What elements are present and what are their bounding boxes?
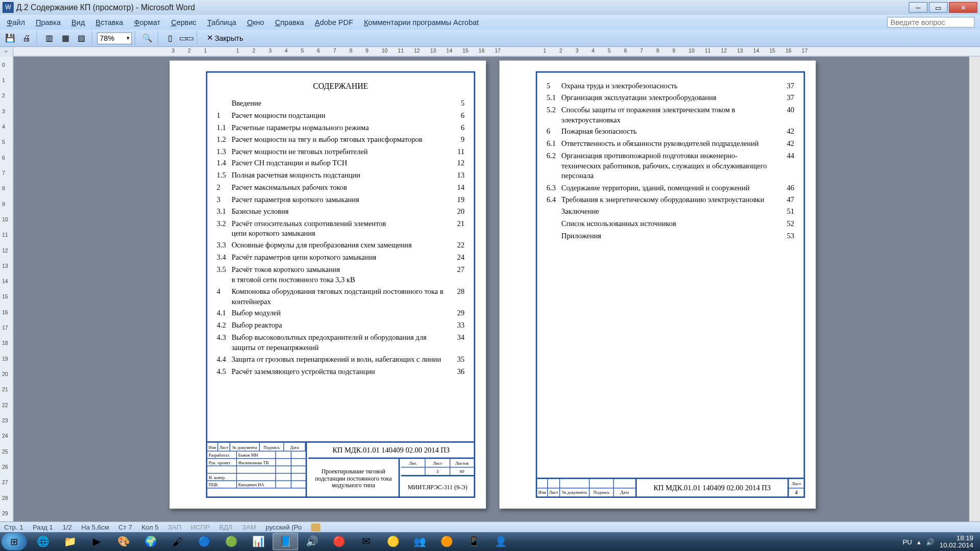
maximize-button[interactable]: ▭: [929, 2, 948, 13]
status-trk: ИСПР: [191, 523, 210, 531]
toc-row: 3.1Базисные условия20: [217, 207, 464, 217]
toc-row: 1.1Расчетные параметры нормального режим…: [217, 122, 464, 133]
tray-lang[interactable]: РU: [902, 538, 912, 545]
view-normal-icon[interactable]: ▥: [42, 31, 57, 45]
app-icon: W: [3, 2, 13, 13]
taskbar-app-icon[interactable]: 👥: [407, 533, 433, 550]
tray-flag-icon[interactable]: ▴: [917, 538, 921, 545]
close-window-button[interactable]: ✕: [949, 2, 977, 13]
menu-item[interactable]: Окно: [241, 17, 270, 28]
status-column: Кол 5: [141, 523, 158, 531]
status-pages: 1/2: [62, 523, 71, 531]
toc-row: 3.3Основные формулы для преобразования с…: [217, 240, 464, 251]
status-page: Стр. 1: [4, 523, 23, 531]
page-1: СОДЕРЖАНИЕ Введение51Расчет мощности под…: [169, 61, 486, 509]
taskbar-app-icon[interactable]: ✉: [353, 533, 379, 550]
toc-row: 3Расчет параметров короткого замыкания19: [217, 194, 464, 205]
taskbar-app-icon[interactable]: 📱: [461, 533, 486, 550]
menu-item[interactable]: Формат: [129, 17, 166, 28]
close-preview-button[interactable]: ✕Закрыть: [202, 32, 248, 44]
project-title: Проектирование тяговой подстанции постоя…: [308, 459, 400, 497]
toc-row: 5.1Организация эксплуатации электрообору…: [547, 93, 794, 103]
toc-row: 4.5Расчёт заземляющего устройства подста…: [217, 366, 464, 377]
zoom-combo[interactable]: 78%▾: [97, 32, 132, 44]
taskbar: ⊞ 🌐📁▶🎨🌍🖌🔵🟢📊📘🔊🔴✉🟡👥🟠📱👤 РU ▴ 🔊 18:19 10.02.…: [0, 532, 980, 551]
toc-row: Список использованных источников52: [547, 219, 794, 229]
window-title: Д.2 Содержание КП (просмотр) - Microsoft…: [16, 3, 195, 12]
taskbar-app-icon[interactable]: 📁: [57, 533, 83, 550]
taskbar-app-icon[interactable]: 📊: [246, 533, 271, 550]
menu-item[interactable]: Сервис: [166, 17, 202, 28]
window-titlebar: W Д.2 Содержание КП (просмотр) - Microso…: [0, 0, 980, 15]
ask-box[interactable]: [887, 17, 974, 28]
status-line: Ст 7: [118, 523, 132, 531]
magnifier-icon[interactable]: 🔍: [140, 31, 155, 45]
toc-row: 1.4Расчет CH подстанции и выбор TCH12: [217, 158, 464, 168]
status-rec: ЗАП: [168, 523, 181, 531]
toc-row: 4.1Выбор модулей29: [217, 308, 464, 318]
status-section: Разд 1: [33, 523, 53, 531]
toc-row: 6.1Ответственность и обязанности руковод…: [547, 139, 794, 149]
status-lang: русский (Ро: [265, 523, 302, 531]
toc-row: 4.2Выбор реактора33: [217, 320, 464, 331]
tray-sound-icon[interactable]: 🔊: [926, 538, 934, 545]
view-outline-icon[interactable]: ▦: [58, 31, 72, 45]
status-ext: ВДЛ: [219, 523, 232, 531]
taskbar-app-icon[interactable]: 🟡: [380, 533, 406, 550]
save-icon[interactable]: 💾: [3, 31, 17, 45]
taskbar-app-icon[interactable]: 🔴: [327, 533, 352, 550]
menu-item[interactable]: Файл: [2, 17, 31, 28]
taskbar-app-icon[interactable]: 🎨: [111, 533, 137, 550]
title-block: Изм Лист № документа Подпись Дата Разраб…: [207, 441, 474, 496]
toc-row: 6.3Содержание территории, зданий, помеще…: [547, 183, 794, 193]
taskbar-app-icon[interactable]: 🔵: [192, 533, 217, 550]
taskbar-app-icon[interactable]: 🟠: [434, 533, 460, 550]
onepage-icon[interactable]: ▯: [163, 31, 178, 45]
horizontal-ruler: ⌐ 32112345678910111213141516171234567891…: [0, 47, 980, 56]
toc-row: 6.2Организация противопожарной подготовк…: [547, 151, 794, 181]
print-icon[interactable]: 🖨: [19, 31, 34, 45]
ruler-corner: ⌐: [0, 47, 13, 56]
menu-item[interactable]: Вставка: [90, 17, 129, 28]
toc-row: 1Расчет мощности подстанции6: [217, 110, 464, 120]
taskbar-app-icon[interactable]: 📘: [273, 533, 298, 550]
vertical-ruler: 0123456789101112131415161718192021222324…: [0, 57, 13, 521]
toc-row: Введение5: [217, 98, 464, 109]
spellcheck-icon[interactable]: [311, 523, 321, 531]
menu-item[interactable]: Вид: [66, 17, 90, 28]
toc-row: Приложения53: [547, 231, 794, 241]
toc-row: 5Охрана труда и электробезопасность37: [547, 81, 794, 91]
toc-row: 4.3Выбор высоковольтных предохранителей …: [217, 333, 464, 353]
taskbar-app-icon[interactable]: ▶: [84, 533, 110, 550]
menu-item[interactable]: Справка: [270, 17, 309, 28]
vertical-scrollbar[interactable]: [969, 57, 980, 521]
taskbar-app-icon[interactable]: 👤: [488, 533, 513, 550]
toc-row: Заключение51: [547, 207, 794, 217]
taskbar-app-icon[interactable]: 🟢: [219, 533, 244, 550]
toc-row: 6Пожарная безопасность42: [547, 127, 794, 137]
view-page-icon[interactable]: ▧: [74, 31, 89, 45]
page-canvas[interactable]: СОДЕРЖАНИЕ Введение51Расчет мощности под…: [13, 57, 980, 521]
toc-row: 1.2Расчет мощности на тягу и выбор тягов…: [217, 134, 464, 144]
toc-title: СОДЕРЖАНИЕ: [217, 81, 464, 91]
taskbar-app-icon[interactable]: 🔊: [300, 533, 325, 550]
toc-row: 1.3Расчет мощности не тяговых потребител…: [217, 146, 464, 157]
start-button[interactable]: ⊞: [2, 533, 27, 550]
taskbar-app-icon[interactable]: 🖌: [165, 533, 190, 550]
multipage-icon[interactable]: ▭▭: [179, 31, 194, 45]
document-workspace: 0123456789101112131415161718192021222324…: [0, 57, 980, 521]
toc-row: 6.4Требования к энергетическому оборудов…: [547, 195, 794, 205]
ask-input[interactable]: [887, 17, 974, 28]
tray-clock[interactable]: 18:19 10.02.2014: [940, 534, 973, 549]
menu-item[interactable]: Таблица: [202, 17, 241, 28]
taskbar-app-icon[interactable]: 🌍: [138, 533, 163, 550]
status-position: На 5,6см: [81, 523, 109, 531]
menu-item[interactable]: Комментарии программы Acrobat: [358, 17, 484, 28]
taskbar-app-icon[interactable]: 🌐: [30, 533, 56, 550]
system-tray[interactable]: РU ▴ 🔊 18:19 10.02.2014: [902, 534, 978, 549]
toc-row: 4Компоновка оборудования тяговых подстан…: [217, 286, 464, 306]
toc-row: 3.2Расчёт относительных сопротивлений эл…: [217, 218, 464, 229]
menu-item[interactable]: Правка: [30, 17, 66, 28]
minimize-button[interactable]: ─: [909, 2, 927, 13]
menu-item[interactable]: Adobe PDF: [309, 17, 358, 28]
